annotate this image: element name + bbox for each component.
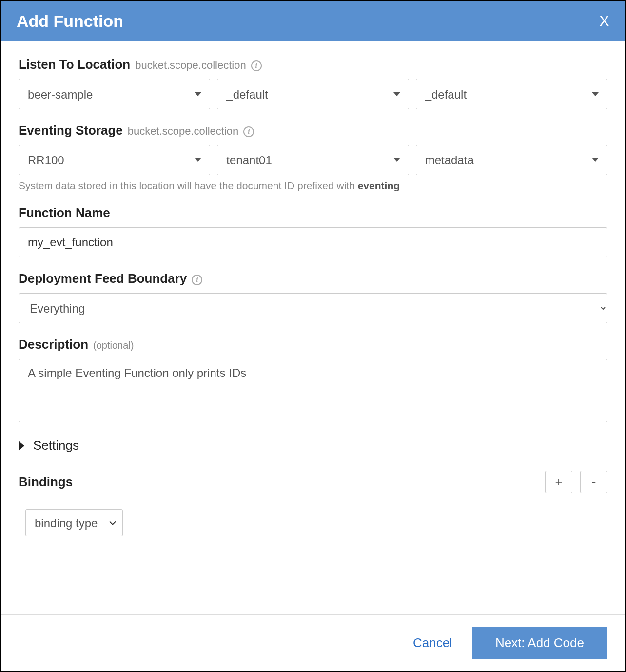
function-name-label-row: Function Name (19, 205, 607, 220)
storage-hint: System data stored in this location will… (19, 180, 607, 192)
modal-footer: Cancel Next: Add Code (1, 614, 625, 671)
remove-binding-button[interactable]: - (580, 471, 607, 493)
listen-collection-select[interactable]: _default (416, 79, 607, 109)
storage-section: Eventing Storage bucket.scope.collection… (19, 123, 607, 192)
settings-toggle[interactable]: Settings (19, 438, 607, 453)
info-icon[interactable]: i (243, 126, 254, 137)
listen-bucket-wrap: beer-sample (19, 79, 210, 109)
boundary-select[interactable]: Everything (19, 293, 607, 323)
storage-bucket-wrap: RR100 (19, 145, 210, 175)
function-name-section: Function Name (19, 205, 607, 257)
cancel-button[interactable]: Cancel (413, 635, 452, 651)
description-label-row: Description (optional) (19, 337, 607, 352)
description-textarea[interactable] (19, 359, 607, 422)
bindings-header: Bindings + - (19, 471, 607, 497)
listen-label-row: Listen To Location bucket.scope.collecti… (19, 57, 607, 72)
storage-label: Eventing Storage (19, 123, 123, 138)
storage-scope-wrap: tenant01 (217, 145, 409, 175)
modal-title: Add Function (17, 12, 123, 31)
info-icon[interactable]: i (251, 60, 262, 71)
storage-sublabel: bucket.scope.collection (128, 125, 238, 138)
storage-hint-bold: eventing (358, 180, 400, 191)
storage-label-row: Eventing Storage bucket.scope.collection… (19, 123, 607, 138)
boundary-label: Deployment Feed Boundary (19, 271, 187, 286)
storage-scope-select[interactable]: tenant01 (217, 145, 409, 175)
description-section: Description (optional) (19, 337, 607, 424)
listen-label: Listen To Location (19, 57, 130, 72)
listen-scope-wrap: _default (217, 79, 409, 109)
bindings-label: Bindings (19, 474, 73, 490)
description-label: Description (19, 337, 88, 352)
storage-hint-prefix: System data stored in this location will… (19, 180, 358, 191)
binding-type-wrap: binding type (25, 509, 123, 536)
modal-body: Listen To Location bucket.scope.collecti… (1, 41, 625, 614)
function-name-input[interactable] (19, 227, 607, 257)
listen-bucket-select[interactable]: beer-sample (19, 79, 210, 109)
settings-label: Settings (33, 438, 79, 453)
listen-collection-wrap: _default (416, 79, 607, 109)
listen-select-row: beer-sample _default _default (19, 79, 607, 109)
storage-select-row: RR100 tenant01 metadata (19, 145, 607, 175)
close-button[interactable]: X (599, 12, 609, 30)
storage-collection-wrap: metadata (416, 145, 607, 175)
listen-sublabel: bucket.scope.collection (135, 59, 246, 72)
boundary-section: Deployment Feed Boundary i Everything (19, 271, 607, 323)
description-optional: (optional) (93, 340, 134, 351)
bindings-section: Bindings + - binding type (19, 471, 607, 536)
triangle-right-icon (19, 441, 24, 451)
next-add-code-button[interactable]: Next: Add Code (472, 627, 607, 659)
listen-section: Listen To Location bucket.scope.collecti… (19, 57, 607, 109)
storage-bucket-select[interactable]: RR100 (19, 145, 210, 175)
info-icon[interactable]: i (192, 275, 202, 285)
boundary-label-row: Deployment Feed Boundary i (19, 271, 607, 286)
binding-type-select[interactable]: binding type (25, 509, 123, 536)
storage-collection-select[interactable]: metadata (416, 145, 607, 175)
bindings-buttons: + - (545, 471, 607, 493)
add-binding-button[interactable]: + (545, 471, 572, 493)
modal-header: Add Function X (1, 1, 625, 41)
listen-scope-select[interactable]: _default (217, 79, 409, 109)
function-name-label: Function Name (19, 205, 110, 220)
